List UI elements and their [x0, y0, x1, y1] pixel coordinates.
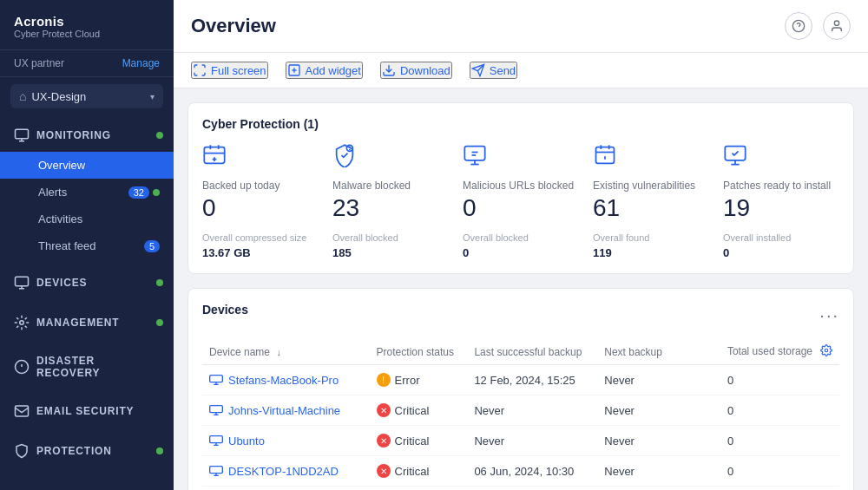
device-link[interactable]: Stefans-MacBook-Pro	[209, 374, 363, 387]
download-icon	[382, 63, 396, 77]
full-screen-button[interactable]: Full screen	[191, 62, 268, 79]
nav-label-devices: DEVICES	[36, 277, 87, 289]
nav-section-email-security: EMAIL SECURITY	[0, 391, 174, 431]
help-button[interactable]	[785, 12, 812, 40]
stat-backed-up: Backed up today 0 Overall compressed siz…	[202, 143, 319, 259]
nav-header-disaster-recovery[interactable]: DISASTER RECOVERY	[0, 346, 174, 388]
logo-title: Acronis	[14, 14, 160, 29]
sidebar-item-activities[interactable]: Activities	[0, 206, 174, 232]
svg-point-34	[825, 349, 828, 352]
sidebar-item-overview[interactable]: Overview	[0, 152, 174, 179]
device-name-cell: DESKTOP-1NDD2AD	[202, 456, 370, 487]
nav-section-protection: PROTECTION	[0, 431, 174, 471]
cyber-protection-card: Cyber Protection (1) Backed up today 0 O…	[187, 102, 854, 274]
nav-section-devices: DEVICES	[0, 263, 174, 303]
last-backup-cell: 06 Jun, 2024, 10:30	[467, 456, 597, 487]
devices-icon	[14, 275, 30, 291]
toolbar: Full screen Add widget Download Send	[174, 53, 868, 88]
svg-rect-38	[210, 406, 223, 413]
computer-icon	[209, 434, 223, 447]
url-icon	[463, 143, 579, 171]
svg-rect-24	[464, 147, 484, 160]
help-icon	[792, 19, 806, 33]
next-backup-cell: Never	[597, 365, 720, 395]
status-icon: ✕	[377, 464, 391, 478]
svg-rect-35	[210, 376, 223, 382]
sidebar: Acronis Cyber Protect Cloud UX partner M…	[0, 0, 174, 490]
column-settings-icon[interactable]	[820, 344, 832, 359]
backed-up-sub-label: Overall compressed size	[202, 232, 319, 243]
computer-icon	[209, 465, 223, 477]
status-icon: ✕	[377, 434, 391, 448]
monitor-icon	[14, 127, 30, 143]
cyber-protection-title: Cyber Protection (1)	[202, 117, 839, 131]
last-backup-cell: Never	[467, 395, 597, 426]
nav-label-disaster-recovery: DISASTER RECOVERY	[36, 355, 160, 379]
send-button[interactable]: Send	[470, 62, 517, 79]
device-link[interactable]: Johns-Virtual-Machine	[209, 404, 363, 417]
patches-sub-label: Overall installed	[723, 232, 839, 243]
sidebar-item-threat-feed[interactable]: Threat feed 5	[0, 232, 174, 259]
add-widget-icon	[287, 63, 301, 77]
nav-header-management[interactable]: MANAGEMENT	[0, 306, 174, 339]
stat-patches: Patches ready to install 19 Overall inst…	[723, 143, 839, 259]
backed-up-sub-value: 13.67 GB	[202, 246, 319, 259]
alerts-label: Alerts	[38, 186, 67, 199]
devices-title: Devices	[202, 303, 248, 317]
nav-header-protection[interactable]: PROTECTION	[0, 434, 174, 467]
url-sub-label: Overall blocked	[463, 232, 579, 243]
svg-point-13	[834, 21, 838, 25]
nav-section-disaster-recovery: DISASTER RECOVERY	[0, 343, 174, 391]
th-storage: Total used storage	[720, 339, 839, 365]
url-sub-value: 0	[463, 246, 579, 259]
nav-label-protection: PROTECTION	[36, 445, 112, 457]
svg-rect-29	[596, 147, 615, 164]
status-badge: ✕ Critical	[377, 434, 461, 448]
computer-icon	[209, 374, 223, 386]
url-label: Malicious URLs blocked	[463, 180, 579, 192]
malware-label: Malware blocked	[332, 180, 449, 192]
chevron-down-icon: ▾	[150, 92, 155, 101]
user-icon	[830, 19, 844, 33]
nav-header-email-security[interactable]: EMAIL SECURITY	[0, 395, 174, 428]
send-label: Send	[490, 64, 516, 77]
ux-selector[interactable]: ⌂ UX-Design ▾	[10, 84, 163, 108]
malware-sub-value: 185	[332, 246, 449, 259]
last-backup-cell: 06 Jun, 2024, 07:48	[467, 487, 597, 490]
logo-subtitle: Cyber Protect Cloud	[14, 29, 160, 39]
patches-sub-value: 0	[723, 246, 839, 259]
user-button[interactable]	[823, 12, 851, 40]
devices-dot	[156, 279, 163, 286]
next-backup-cell: 11 Aug, 2024, 15:30	[597, 487, 720, 490]
nav-header-devices[interactable]: DEVICES	[0, 266, 174, 299]
disaster-recovery-icon	[14, 359, 30, 375]
full-screen-icon	[193, 63, 207, 77]
ux-partner-label: UX partner	[14, 57, 64, 69]
status-cell: ✕ Critical	[370, 426, 468, 456]
protection-icon	[14, 443, 30, 459]
devices-card-header: Devices ···	[202, 303, 839, 329]
device-link[interactable]: Ubunto	[209, 434, 363, 448]
storage-cell: 0	[720, 365, 839, 395]
malware-sub-label: Overall blocked	[332, 232, 449, 243]
content-area: Cyber Protection (1) Backed up today 0 O…	[174, 88, 868, 490]
device-name-cell: Ubunto	[202, 426, 370, 456]
status-cell: ✕ Critical	[370, 395, 468, 426]
download-button[interactable]: Download	[380, 62, 452, 79]
svg-rect-10	[16, 406, 29, 416]
malware-value: 23	[332, 195, 449, 222]
sidebar-item-alerts[interactable]: Alerts 32	[0, 179, 174, 206]
manage-link[interactable]: Manage	[122, 57, 160, 69]
sort-icon[interactable]: ↓	[276, 347, 281, 357]
device-link[interactable]: DESKTOP-1NDD2AD	[209, 465, 363, 478]
add-widget-button[interactable]: Add widget	[286, 62, 363, 79]
more-options-button[interactable]: ···	[819, 305, 839, 325]
next-backup-cell: Never	[597, 426, 720, 456]
th-last-backup: Last successful backup	[467, 339, 597, 365]
overview-label: Overview	[38, 159, 85, 172]
vuln-sub-value: 119	[593, 246, 709, 259]
vuln-sub-label: Overall found	[593, 232, 709, 243]
backed-up-label: Backed up today	[202, 180, 319, 192]
top-bar: Overview	[174, 0, 868, 53]
nav-header-monitoring[interactable]: MONITORING	[0, 119, 174, 152]
